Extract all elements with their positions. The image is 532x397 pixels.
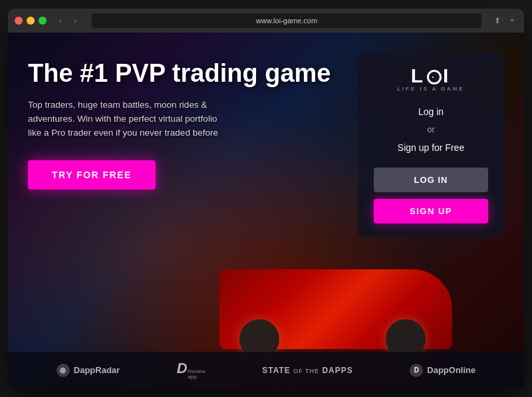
back-button[interactable]: ‹ bbox=[55, 15, 66, 27]
browser-actions: ⬆ + bbox=[492, 15, 517, 26]
login-panel: L·I LIFE IS A GAME Log in or Sign up for… bbox=[358, 53, 504, 237]
dapponline-label: DappOnline bbox=[427, 365, 475, 375]
left-content: The #1 PVP trading game Top traders, hug… bbox=[28, 53, 344, 190]
panel-text: Log in or Sign up for Free bbox=[374, 102, 488, 157]
close-button[interactable] bbox=[15, 17, 23, 25]
dapp-review-logo: D Review app bbox=[177, 361, 205, 380]
browser-titlebar: ‹ › www.loi-game.com ⬆ + bbox=[8, 9, 524, 33]
maximize-button[interactable] bbox=[39, 17, 47, 25]
content-overlay: The #1 PVP trading game Top traders, hug… bbox=[8, 33, 524, 389]
share-icon[interactable]: ⬆ bbox=[492, 15, 503, 26]
logo-area: L·I LIFE IS A GAME bbox=[374, 66, 488, 92]
logo-circle-i: · bbox=[427, 70, 442, 84]
minimize-button[interactable] bbox=[27, 17, 35, 25]
signup-button[interactable]: SIGN UP bbox=[374, 199, 488, 223]
state-dapps-label: STATE OF THE DAPPS bbox=[262, 366, 352, 375]
dapp-label: app bbox=[188, 374, 205, 380]
traffic-lights bbox=[15, 17, 47, 25]
partners-footer: ◎ DappRadar D Review app STATE OF THE DA… bbox=[8, 352, 524, 389]
state-dapps-logo: STATE OF THE DAPPS bbox=[262, 366, 352, 375]
forward-button[interactable]: › bbox=[69, 15, 81, 27]
dapp-review-d-letter: D bbox=[177, 361, 188, 376]
logo-subtitle: LIFE IS A GAME bbox=[397, 86, 464, 92]
address-bar[interactable]: www.loi-game.com bbox=[92, 13, 481, 28]
try-for-free-button[interactable]: TRY FOR FREE bbox=[28, 160, 156, 190]
dapponline-logo: D DappOnline bbox=[410, 364, 475, 377]
dapponline-icon: D bbox=[410, 364, 423, 377]
dappradar-logo: ◎ DappRadar bbox=[57, 364, 120, 377]
page-subheadline: Top traders, huge team battles, moon rid… bbox=[28, 98, 227, 140]
login-label: Log in bbox=[374, 102, 488, 121]
bookmark-icon[interactable]: + bbox=[507, 15, 517, 26]
nav-buttons: ‹ › bbox=[55, 15, 81, 27]
logo-letters: L·I bbox=[411, 66, 452, 86]
browser-window: ‹ › www.loi-game.com ⬆ + The #1 PVP trad… bbox=[8, 9, 524, 389]
or-label: or bbox=[374, 121, 488, 138]
page-headline: The #1 PVP trading game bbox=[28, 59, 344, 88]
browser-content: The #1 PVP trading game Top traders, hug… bbox=[8, 33, 524, 389]
main-content: The #1 PVP trading game Top traders, hug… bbox=[8, 33, 524, 352]
loi-logo: L·I LIFE IS A GAME bbox=[397, 66, 464, 92]
signup-label: Sign up for Free bbox=[374, 138, 488, 157]
url-text: www.loi-game.com bbox=[256, 17, 317, 25]
dapp-review-text: Review app bbox=[188, 369, 205, 380]
dappradar-icon: ◎ bbox=[57, 364, 70, 377]
login-button[interactable]: LOG IN bbox=[374, 168, 488, 192]
dappradar-label: DappRadar bbox=[74, 365, 120, 375]
